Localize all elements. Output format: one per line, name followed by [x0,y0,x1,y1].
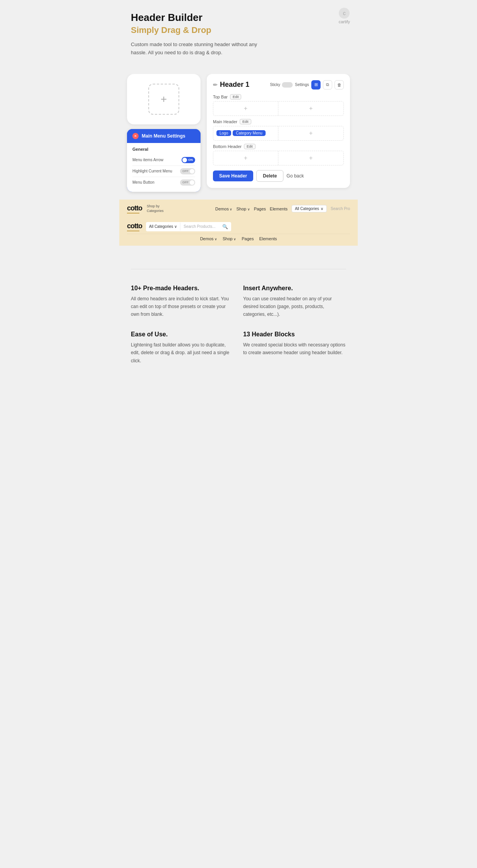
preview-header-1: cotto Shop by Categories Demos Shop Page… [119,200,358,218]
feature-2: Ease of Use. Lightening fast builder all… [131,331,234,365]
topbar-cell-right[interactable]: + [278,102,343,115]
sticky-toggle[interactable]: Sticky [270,82,293,88]
right-panel: ✏ Header 1 Sticky Settings ⊞ ⧉ 🗑 Top Bar… [207,74,350,188]
preview1-nav: Demos Shop Pages Elements All Categories… [215,205,350,212]
sticky-toggle-switch[interactable] [282,82,293,88]
settings-panel: ✕ Main Menu Settings General Menu items … [127,129,201,192]
plus-icon: + [161,93,167,105]
feature-2-desc: Lightening fast builder allows you to du… [131,341,234,365]
search-chevron-icon: ∨ [174,224,177,229]
topbar-grid: + + [213,101,344,116]
preview2-nav-demos[interactable]: Demos [200,236,217,241]
nav-demos[interactable]: Demos [215,207,232,211]
preview2-search-bar[interactable]: All Categories ∨ Search Products... 🔍 [146,222,231,231]
mainheader-cell-left[interactable]: Logo Category Menu [213,126,278,140]
preview2-nav-shop[interactable]: Shop [223,236,236,241]
feature-3: 13 Header Blocks We created special bloc… [243,331,346,365]
all-categories-btn[interactable]: All Categories ∨ [292,205,327,212]
menu-button-toggle[interactable]: OFF [180,179,195,186]
all-categories-label: All Categories [295,207,319,211]
preview2-nav: Demos Shop Pages Elements [127,234,350,242]
mainheader-section: Main Header Edit Logo Category Menu + [213,119,344,141]
categorymenu-widget[interactable]: Category Menu [233,130,265,136]
settings-panel-header: ✕ Main Menu Settings [127,129,201,143]
search-category-label: All Categories [149,224,173,229]
preview-section: cotto Shop by Categories Demos Shop Page… [119,200,358,253]
bottomheader-cell-right[interactable]: + [278,151,343,165]
page-subtitle: Simply Drag & Drop [131,25,346,35]
shop-by-label: Shop by Categories [147,204,164,213]
bottomheader-grid: + + [213,151,344,165]
search-pro-text: Search Pro [331,207,350,211]
copy-icon-btn[interactable]: ⧉ [323,80,332,90]
cartify-brand-name: cartify [339,19,350,24]
search-bar-input[interactable]: Search Products... [180,222,219,231]
highlight-current-menu-toggle[interactable]: OFF [180,168,195,174]
shop-by-group: Shop by Categories [147,204,164,213]
action-buttons: Save Header Delete Go back [213,170,344,182]
preview1-logo-group: cotto [127,204,142,214]
nav-pages[interactable]: Pages [254,207,266,211]
settings-label: Settings [295,83,309,87]
settings-row-3: Menu Button OFF [132,177,195,188]
preview2-nav-pages[interactable]: Pages [242,236,254,241]
add-widget-card[interactable]: + [127,74,201,124]
preview1-logo: cotto [127,204,142,212]
active-icon-btn[interactable]: ⊞ [311,80,321,90]
toggle-off-label: OFF [182,169,189,173]
topbar-label-row: Top Bar Edit [213,94,344,100]
cotto-underline-1 [127,213,139,214]
mainheader-edit-btn[interactable]: Edit [240,119,251,124]
cartify-logo: c cartify [339,8,350,24]
search-icon[interactable]: 🔍 [219,222,231,231]
header-builder-name: ✏ Header 1 [213,81,249,89]
nav-shop[interactable]: Shop [236,207,250,211]
feature-0: 10+ Pre-made Headers. All demo headers a… [131,285,234,319]
top-section: c cartify Header Builder Simply Drag & D… [119,0,358,74]
mainheader-cell-right[interactable]: + [278,126,343,140]
menu-items-arrow-toggle[interactable]: ON [182,157,195,163]
header-name: Header 1 [220,81,249,89]
add-widget-inner[interactable]: + [148,84,179,115]
feature-1-title: Insert Anywhere. [243,285,346,292]
left-panel: + ✕ Main Menu Settings General Menu item… [127,74,201,192]
bottomheader-cell-left[interactable]: + [213,151,278,165]
page-description: Custom made tool to create stunning head… [131,41,263,57]
toggle-on-label: ON [188,158,193,162]
logo-widget[interactable]: Logo [216,130,231,136]
feature-3-title: 13 Header Blocks [243,331,346,338]
toggle-off-label-2: OFF [182,181,189,184]
feature-3-desc: We created special blocks with necessary… [243,341,346,357]
features-section: 10+ Pre-made Headers. All demo headers a… [119,253,358,380]
delete-icon-btn[interactable]: 🗑 [335,80,344,90]
highlight-current-menu-label: Highlight Current Menu [132,169,172,173]
cartify-logo-icon: c [339,8,350,19]
preview2-logo: cotto [127,222,142,230]
feature-0-desc: All demo headers are included to kick st… [131,295,234,319]
save-header-button[interactable]: Save Header [213,170,253,181]
mainheader-label: Main Header [213,119,237,124]
mainheader-grid: Logo Category Menu + [213,126,344,141]
topbar-section: Top Bar Edit + + [213,94,344,116]
menu-items-arrow-label: Menu items Arrow [132,158,163,162]
topbar-edit-btn[interactable]: Edit [230,94,242,100]
preview2-logo-group: cotto [127,222,142,231]
feature-2-title: Ease of Use. [131,331,234,338]
bottomheader-label: Bottom Header [213,144,242,149]
preview2-nav-elements[interactable]: Elements [259,236,277,241]
settings-section-label: General [132,147,195,152]
delete-button[interactable]: Delete [256,170,283,182]
mainheader-label-row: Main Header Edit [213,119,344,124]
bottomheader-edit-btn[interactable]: Edit [244,144,256,149]
preview-header-2: cotto All Categories ∨ Search Products..… [119,218,358,246]
close-button[interactable]: ✕ [132,133,139,139]
search-bar-category[interactable]: All Categories ∨ [146,222,180,231]
page-title: Header Builder [131,12,346,24]
topbar-cell-left[interactable]: + [213,102,278,115]
nav-elements[interactable]: Elements [270,207,288,211]
settings-row-2: Highlight Current Menu OFF [132,166,195,177]
feature-1: Insert Anywhere. You can use created hea… [243,285,346,319]
go-back-link[interactable]: Go back [287,173,304,179]
topbar-label: Top Bar [213,95,228,99]
sticky-label: Sticky [270,83,280,87]
